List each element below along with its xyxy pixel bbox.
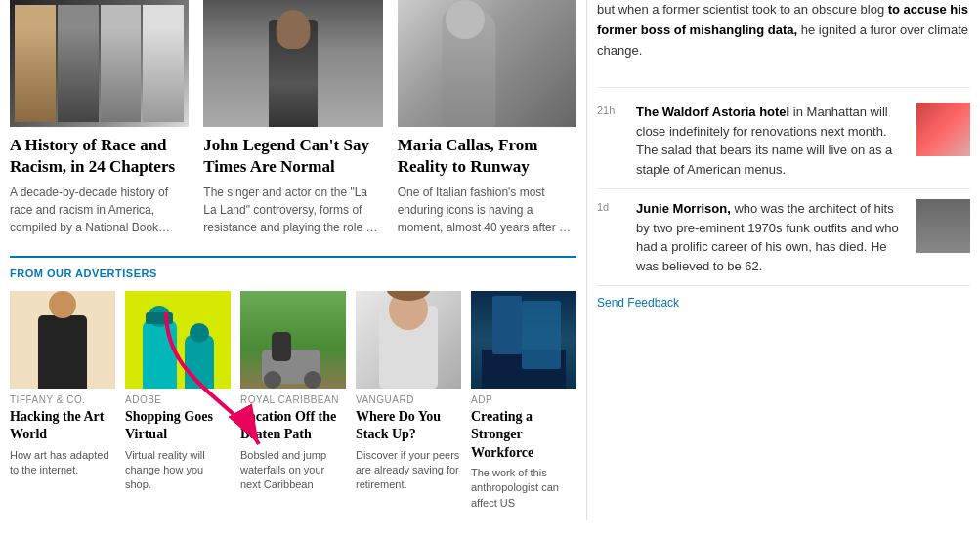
ad-image-adobe [125, 291, 231, 389]
article-title-john: John Legend Can't Say Times Are Normal [203, 135, 382, 178]
ad-sponsor-vanguard: VANGUARD [356, 394, 461, 405]
waldorf-bold: The Waldorf Astoria hotel [636, 104, 789, 119]
ad-card-vanguard[interactable]: VANGUARD Where Do You Stack Up? Discover… [356, 291, 461, 511]
article-excerpt-john: The singer and actor on the "La La Land"… [203, 184, 382, 236]
ad-card-royal[interactable]: ROYAL CARIBBEAN Vacation Off the Beaten … [240, 291, 346, 511]
advertisers-section: FROM OUR ADVERTISERS TIFFANY & [10, 256, 576, 511]
sidebar-intro-text: but when a former scientist took to an o… [597, 0, 970, 61]
ad-sponsor-adobe: ADOBE [125, 394, 231, 405]
ad-title-vanguard: Where Do You Stack Up? [356, 408, 461, 443]
article-image-race [10, 0, 189, 127]
ad-title-royal: Vacation Off the Beaten Path [240, 408, 346, 443]
ad-title-tiffany: Hacking the Art World [10, 408, 115, 443]
ad-image-tiffany [10, 291, 115, 389]
sidebar-thumb-junie [916, 199, 970, 253]
junie-bold: Junie Morrison, [636, 201, 731, 216]
article-card-race[interactable]: A History of Race and Racism, in 24 Chap… [10, 0, 189, 236]
ad-excerpt-adobe: Virtual reality will change how you shop… [125, 448, 231, 493]
article-image-maria [398, 0, 576, 127]
article-excerpt-race: A decade-by-decade history of race and r… [10, 184, 189, 236]
ad-excerpt-vanguard: Discover if your peers are already savin… [356, 448, 461, 493]
sidebar-time-waldorf: 21h [597, 103, 626, 179]
article-card-john[interactable]: John Legend Can't Say Times Are Normal T… [203, 0, 382, 236]
sidebar: but when a former scientist took to an o… [586, 0, 980, 520]
face-group [10, 0, 189, 127]
ad-image-adp [471, 291, 576, 389]
sidebar-text-waldorf: The Waldorf Astoria hotel in Manhattan w… [636, 103, 907, 179]
ad-card-tiffany[interactable]: TIFFANY & CO. Hacking the Art World How … [10, 291, 115, 511]
ad-image-vanguard [356, 291, 461, 389]
ad-excerpt-adp: The work of this anthropologist can affe… [471, 466, 576, 511]
ad-card-adobe[interactable]: ADOBE Shopping Goes Virtual Virtual real… [125, 291, 231, 511]
sidebar-thumb-waldorf [916, 103, 970, 156]
ad-excerpt-tiffany: How art has adapted to the internet. [10, 448, 115, 478]
face-panel-1 [15, 5, 56, 122]
sidebar-bold-text: to accuse his former boss of mishangling… [597, 2, 968, 37]
ad-excerpt-royal: Bobsled and jump waterfalls on your next… [240, 448, 346, 493]
article-title-race: A History of Race and Racism, in 24 Chap… [10, 135, 189, 178]
page-wrapper: A History of Race and Racism, in 24 Chap… [0, 0, 980, 520]
ad-sponsor-adp: ADP [471, 394, 576, 405]
top-articles-grid: A History of Race and Racism, in 24 Chap… [10, 0, 576, 236]
ad-sponsor-royal: ROYAL CARIBBEAN [240, 394, 346, 405]
ad-title-adobe: Shopping Goes Virtual [125, 408, 231, 443]
sidebar-text-junie: Junie Morrison, who was the architect of… [636, 199, 907, 275]
ad-image-royal [240, 291, 346, 389]
sidebar-time-junie: 1d [597, 199, 626, 275]
article-card-maria[interactable]: Maria Callas, From Reality to Runway One… [398, 0, 576, 236]
face-panel-4 [143, 5, 184, 122]
article-title-maria: Maria Callas, From Reality to Runway [398, 135, 576, 178]
ad-grid: TIFFANY & CO. Hacking the Art World How … [10, 291, 576, 511]
sidebar-item-waldorf[interactable]: 21h The Waldorf Astoria hotel in Manhatt… [597, 93, 970, 189]
page-container: A History of Race and Racism, in 24 Chap… [0, 0, 980, 520]
face-panel-2 [58, 5, 99, 122]
article-excerpt-maria: One of Italian fashion's most enduring i… [398, 184, 576, 236]
sidebar-intro-block: but when a former scientist took to an o… [597, 0, 970, 88]
send-feedback-link[interactable]: Send Feedback [597, 286, 970, 319]
sidebar-item-junie[interactable]: 1d Junie Morrison, who was the architect… [597, 189, 970, 286]
face-panel-3 [101, 5, 142, 122]
ad-card-adp[interactable]: ADP Creating a Stronger Workforce The wo… [471, 291, 576, 511]
main-content: A History of Race and Racism, in 24 Chap… [0, 0, 586, 520]
ad-title-adp: Creating a Stronger Workforce [471, 408, 576, 462]
advertisers-label: FROM OUR ADVERTISERS [10, 268, 576, 279]
article-image-john [203, 0, 382, 127]
ad-sponsor-tiffany: TIFFANY & CO. [10, 394, 115, 405]
